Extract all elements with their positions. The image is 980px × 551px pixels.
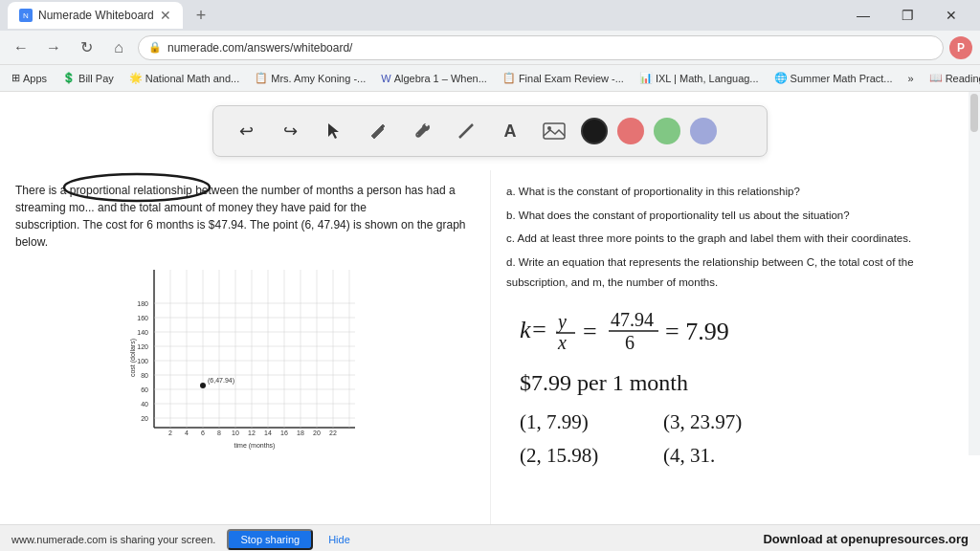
svg-text:(1, 7.99): (1, 7.99) bbox=[520, 410, 589, 433]
svg-text:100: 100 bbox=[137, 358, 148, 364]
color-red-button[interactable] bbox=[617, 118, 644, 144]
cursor-icon bbox=[324, 121, 344, 141]
scrollbar-thumb[interactable] bbox=[970, 94, 978, 132]
page-content: There is a proportional relationship bet… bbox=[0, 170, 980, 524]
bookmarks-bar: ⊞ Apps 💲 Bill Pay 🌟 National Math and...… bbox=[0, 65, 980, 92]
back-button[interactable]: ← bbox=[8, 34, 34, 61]
math-work-area: k= y x = 47.94 6 = 7.99 $7.99 per 1 mont… bbox=[506, 296, 965, 498]
svg-text:2: 2 bbox=[168, 430, 172, 436]
mrs-koning-icon: 📋 bbox=[255, 72, 268, 84]
scrollbar[interactable] bbox=[969, 92, 980, 455]
download-text: Download at openupresources.org bbox=[763, 532, 969, 546]
bookmark-ixl[interactable]: 📊 IXL | Math, Languag... bbox=[635, 70, 763, 86]
svg-text:20: 20 bbox=[141, 415, 148, 422]
svg-text:120: 120 bbox=[137, 343, 148, 350]
bookmark-reading-list[interactable]: 📖 Reading list bbox=[925, 70, 980, 86]
left-panel: There is a proportional relationship bet… bbox=[0, 170, 490, 524]
svg-text:4: 4 bbox=[185, 430, 189, 436]
tab-close-button[interactable]: ✕ bbox=[160, 8, 171, 23]
bookmark-ixl-label: IXL | Math, Languag... bbox=[656, 73, 759, 84]
svg-text:= 7.99: = 7.99 bbox=[665, 318, 729, 345]
svg-text:180: 180 bbox=[137, 300, 148, 307]
text-tool-button[interactable]: A bbox=[493, 114, 527, 148]
svg-text:16: 16 bbox=[280, 430, 288, 436]
circle-annotation bbox=[62, 172, 215, 205]
undo-button[interactable]: ↩ bbox=[229, 114, 263, 148]
redo-button[interactable]: ↪ bbox=[273, 114, 307, 148]
maximize-button[interactable]: ❐ bbox=[886, 1, 928, 30]
bookmark-more[interactable]: » bbox=[904, 71, 918, 86]
url-bar[interactable]: 🔒 numerade.com/answers/whiteboard/ bbox=[138, 35, 944, 60]
question-d: d. Write an equation that represents the… bbox=[506, 253, 965, 292]
window-controls: — ❐ ✕ bbox=[842, 1, 972, 30]
summer-math-icon: 🌐 bbox=[774, 72, 788, 84]
close-button[interactable]: ✕ bbox=[930, 1, 972, 30]
bookmark-mrs-koning-label: Mrs. Amy Koning -... bbox=[271, 73, 366, 84]
tools-button[interactable] bbox=[405, 114, 439, 148]
svg-text:12: 12 bbox=[248, 430, 256, 436]
svg-text:14: 14 bbox=[264, 430, 272, 436]
svg-text:(6,47.94): (6,47.94) bbox=[208, 377, 234, 385]
bookmark-apps[interactable]: ⊞ Apps bbox=[8, 70, 51, 86]
forward-button[interactable]: → bbox=[40, 34, 67, 61]
bookmark-billpay[interactable]: 💲 Bill Pay bbox=[58, 70, 118, 86]
pencil-icon bbox=[368, 121, 388, 141]
home-button[interactable]: ⌂ bbox=[105, 34, 132, 61]
screen-share-text: www.numerade.com is sharing your screen. bbox=[11, 534, 215, 545]
title-bar: N Numerade Whiteboard ✕ + — ❐ ✕ bbox=[0, 0, 980, 31]
tab-favicon: N bbox=[19, 9, 33, 22]
refresh-button[interactable]: ↻ bbox=[73, 34, 100, 61]
stop-sharing-button[interactable]: Stop sharing bbox=[227, 529, 313, 550]
billpay-icon: 💲 bbox=[62, 72, 76, 84]
bookmark-national-math[interactable]: 🌟 National Math and... bbox=[125, 70, 243, 86]
svg-text:47.94: 47.94 bbox=[611, 309, 654, 330]
svg-text:6: 6 bbox=[625, 332, 635, 353]
svg-text:x: x bbox=[557, 332, 567, 353]
svg-text:time (months): time (months) bbox=[234, 442, 276, 450]
bookmark-summer-math[interactable]: 🌐 Summer Math Pract... bbox=[770, 70, 897, 86]
bookmark-billpay-label: Bill Pay bbox=[78, 73, 114, 84]
svg-text:22: 22 bbox=[329, 430, 337, 436]
color-black-button[interactable] bbox=[581, 118, 608, 144]
svg-text:(4, 31.: (4, 31. bbox=[663, 444, 715, 467]
browser-tab[interactable]: N Numerade Whiteboard ✕ bbox=[8, 2, 183, 29]
svg-text:8: 8 bbox=[217, 430, 221, 436]
algebra-icon: W bbox=[381, 73, 390, 84]
graph-svg: cost (dollars) 20 40 60 80 100 120 1 bbox=[125, 260, 365, 452]
status-bar: www.numerade.com is sharing your screen.… bbox=[0, 524, 980, 551]
toolbar-container: ↩ ↪ A bbox=[0, 92, 980, 170]
svg-text:$7.99 per 1 month: $7.99 per 1 month bbox=[520, 370, 688, 395]
bookmark-algebra[interactable]: W Algebra 1 – When... bbox=[377, 71, 491, 86]
bookmark-algebra-label: Algebra 1 – When... bbox=[394, 73, 487, 84]
lock-icon: 🔒 bbox=[148, 41, 162, 54]
ixl-icon: 📊 bbox=[639, 72, 653, 84]
svg-text:(2, 15.98): (2, 15.98) bbox=[520, 444, 598, 467]
profile-icon[interactable]: P bbox=[949, 36, 972, 59]
math-handwriting-svg: k= y x = 47.94 6 = 7.99 $7.99 per 1 mont… bbox=[510, 299, 969, 491]
text-before: There is a bbox=[15, 184, 70, 197]
new-tab-button[interactable]: + bbox=[190, 6, 212, 26]
bookmark-final-exam[interactable]: 📋 Final Exam Review -... bbox=[499, 70, 628, 86]
color-purple-button[interactable] bbox=[690, 118, 717, 144]
right-panel: a. What is the constant of proportionali… bbox=[490, 170, 980, 524]
pencil-tool-button[interactable] bbox=[361, 114, 395, 148]
svg-text:60: 60 bbox=[141, 386, 148, 393]
svg-text:140: 140 bbox=[137, 329, 148, 336]
svg-text:18: 18 bbox=[297, 430, 304, 436]
reading-list-icon: 📖 bbox=[929, 72, 943, 84]
highlighted-text: proportional relationship bbox=[70, 182, 192, 199]
final-exam-icon: 📋 bbox=[502, 72, 516, 84]
nav-icons: P bbox=[949, 36, 972, 59]
bookmark-mrs-koning[interactable]: 📋 Mrs. Amy Koning -... bbox=[251, 70, 369, 86]
color-green-button[interactable] bbox=[654, 118, 680, 144]
whiteboard-toolbar: ↩ ↪ A bbox=[212, 105, 768, 157]
bookmark-reading-list-label: Reading list bbox=[946, 73, 980, 84]
svg-point-50 bbox=[200, 383, 206, 388]
line-tool-button[interactable] bbox=[449, 114, 483, 148]
image-tool-button[interactable] bbox=[537, 114, 571, 148]
bookmark-summer-math-label: Summer Math Pract... bbox=[791, 73, 893, 84]
svg-text:(3, 23.97): (3, 23.97) bbox=[663, 410, 742, 433]
minimize-button[interactable]: — bbox=[842, 1, 884, 30]
select-tool-button[interactable] bbox=[317, 114, 351, 148]
hide-button[interactable]: Hide bbox=[328, 534, 350, 545]
